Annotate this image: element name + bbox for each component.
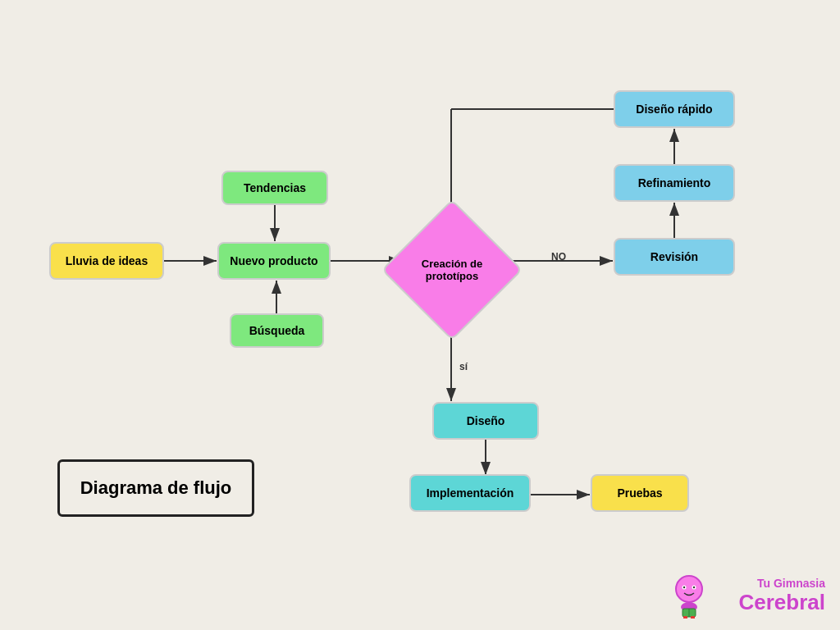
arrow-label-si: sí [459, 361, 468, 372]
node-tendencias: Tendencias [221, 171, 328, 205]
svg-rect-22 [691, 616, 695, 619]
node-revision: Revisión [614, 238, 735, 276]
arrow-label-no: NO [551, 251, 566, 262]
node-diseno-rapido: Diseño rápido [614, 90, 735, 128]
branding-bottom: Cerebral [739, 590, 826, 615]
node-pruebas: Pruebas [591, 474, 689, 512]
title-box: Diagrama de flujo [57, 459, 254, 517]
node-lluvia-ideas: Lluvia de ideas [49, 242, 164, 280]
brain-icon [665, 571, 713, 619]
svg-rect-21 [683, 616, 687, 619]
node-busqueda: Búsqueda [230, 313, 324, 348]
node-creacion-prototipos: Creación de prototípos [381, 199, 523, 341]
svg-point-17 [683, 587, 685, 588]
node-refinamiento: Refinamiento [614, 164, 735, 202]
branding-top: Tu Gimnasia [739, 577, 826, 590]
svg-point-18 [693, 587, 695, 588]
svg-point-13 [676, 576, 702, 602]
diagram-container: NO sí Lluvia de ideas Tendencias Nuevo p… [0, 0, 840, 630]
branding: Tu Gimnasia Cerebral [739, 577, 826, 615]
node-nuevo-producto: Nuevo producto [217, 242, 331, 280]
node-diseno: Diseño [432, 402, 539, 440]
node-implementacion: Implementación [409, 474, 531, 512]
